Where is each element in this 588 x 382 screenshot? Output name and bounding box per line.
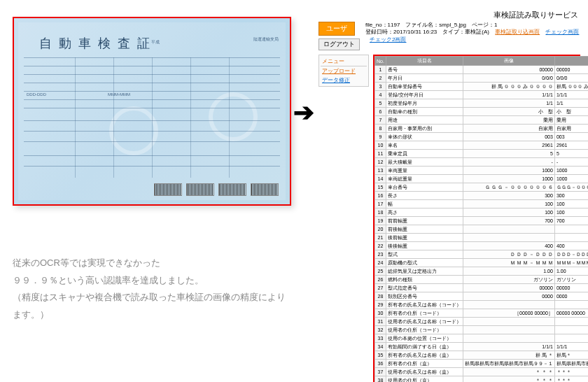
table-row[interactable]: 4登録/交付年月日1/1/11/1/1 bbox=[375, 91, 589, 99]
table-row[interactable]: 6自動車の種別小 型小 型 bbox=[375, 108, 589, 116]
table-row[interactable]: 29所有者の氏名又は名称（コード） bbox=[375, 301, 589, 309]
table-row[interactable]: 37使用者の氏名又は名称（直）＊ ＊ ＊＊＊＊ bbox=[375, 368, 589, 376]
table-row[interactable]: 35所有者の氏名又は名称（直）群 馬 ＊群馬＊ bbox=[375, 351, 589, 360]
table-row[interactable]: 10車名29612961 bbox=[375, 141, 589, 150]
table-row[interactable]: 17幅100100 bbox=[375, 200, 589, 208]
doc-engine-code: MMM-MMM bbox=[108, 92, 130, 97]
table-row[interactable]: 11乗車定員55 bbox=[375, 150, 589, 158]
table-row[interactable]: 25総排気量又は定格出力1.001.00 bbox=[375, 267, 589, 276]
menu-correct[interactable]: データ修正 bbox=[321, 76, 367, 85]
table-row[interactable]: 19前前軸重700700 bbox=[375, 217, 589, 225]
menu-box: メニュー アップロード データ修正 bbox=[318, 55, 369, 87]
caption: 従来のOCR等では実現できなかった ９９．９％という高い認識率を達成しました。 … bbox=[13, 255, 291, 324]
doc-bureau: 陸運連輸支局 bbox=[253, 36, 279, 43]
table-row[interactable]: 36所有者の住所（直）群馬県群馬市群馬県群馬市群馬９９－１群馬県群馬市群馬県群馬… bbox=[375, 360, 589, 368]
th-img: 画像 bbox=[463, 57, 554, 66]
barcode bbox=[251, 183, 279, 196]
th-name: 項目名 bbox=[386, 57, 463, 66]
link-import[interactable]: 車検証取り込画面 bbox=[495, 29, 540, 35]
table-row[interactable]: 38使用者の住所（直）＊ ＊ ＊＊＊＊ bbox=[375, 376, 589, 383]
user-button[interactable]: ユーザ bbox=[318, 22, 355, 36]
logout-button[interactable]: ログアウト bbox=[318, 38, 360, 50]
doc-type-code: DDD-DDD bbox=[27, 92, 46, 97]
arrow-icon: ➔ bbox=[293, 98, 314, 127]
table-row[interactable]: 22後後軸重400400 bbox=[375, 242, 589, 250]
table-row[interactable]: 8自家用・事業用の別自家用自家用 bbox=[375, 125, 589, 133]
table-row[interactable]: 2年月日0/0/00/0/0 bbox=[375, 74, 589, 83]
table-row[interactable]: 26燃料の種類ガソリンガソリン bbox=[375, 276, 589, 284]
table-row[interactable]: 3自動車登録番号群 馬 ０ ０ ０ み ０ ０ ０ ０群馬 ０００ み ００００ bbox=[375, 83, 589, 91]
table-row[interactable]: 15車台番号Ｇ Ｇ Ｇ － ０ ０ ０ ０ ０ ０ ６ＧＧＧ－０００００００６ bbox=[375, 183, 589, 192]
table-row[interactable]: 14車両総重量10001000 bbox=[375, 175, 589, 183]
table-row[interactable]: 30所有者の住所（コード）［00000 00000］00000 00000 bbox=[375, 309, 589, 318]
table-row[interactable]: 31使用者の氏名又は名称（コード） bbox=[375, 318, 589, 326]
vehicle-cert-scan: 自動車検査証 陸運連輸支局 平成 DDD-DDD MMM-MMM bbox=[13, 17, 291, 206]
th-val: 値 bbox=[554, 57, 588, 66]
table-row[interactable]: 33使用の本拠の位置（コード） bbox=[375, 334, 589, 343]
link-check[interactable]: チェック画面 bbox=[545, 29, 579, 35]
doc-title: 自動車検査証 bbox=[39, 35, 157, 52]
table-row[interactable]: 1番号0000000000 bbox=[375, 66, 589, 74]
table-row[interactable]: 7用途乗用乗用 bbox=[375, 116, 589, 125]
table-row[interactable]: 13車両重量10001000 bbox=[375, 167, 589, 175]
table-row[interactable]: 9車体の形状003003 bbox=[375, 133, 589, 141]
table-row[interactable]: 5初度登録年月1/11/1 bbox=[375, 99, 589, 108]
table-row[interactable]: 23型式Ｄ Ｄ Ｄ － Ｄ Ｄ ＤＤＤＤ－ＤＤＤ bbox=[375, 250, 589, 259]
link-check2[interactable]: チェック2画面 bbox=[370, 36, 406, 43]
barcode bbox=[218, 183, 246, 196]
table-row[interactable]: 18高さ100100 bbox=[375, 208, 589, 217]
table-row[interactable]: 34有効期間の満了する日（直）1/1/11/1/1 bbox=[375, 343, 589, 351]
doc-era: 平成 bbox=[151, 39, 160, 45]
table-row[interactable]: 20前後軸重 bbox=[375, 225, 589, 234]
table-row[interactable]: 28類別区分番号00000000 bbox=[375, 292, 589, 301]
barcode bbox=[154, 183, 182, 196]
service-title: 車検証読み取りサービス bbox=[318, 8, 581, 22]
table-row[interactable]: 12最大積載量-- bbox=[375, 158, 589, 167]
table-row[interactable]: 21後前軸重 bbox=[375, 234, 589, 242]
file-info: file_no：1197 ファイル名：smpl_5.jpg ページ：1 登録日時… bbox=[365, 22, 581, 43]
result-table: No. 項目名 画像 値 1番号00000000002年月日0/0/00/0/0… bbox=[374, 56, 588, 382]
barcode bbox=[186, 183, 214, 196]
table-row[interactable]: 32使用者の住所（コード） bbox=[375, 326, 589, 334]
table-row[interactable]: 24原動機の型式Ｍ Ｍ Ｍ － Ｍ Ｍ ＭＭＭＭ－ＭＭＭ bbox=[375, 259, 589, 267]
th-no: No. bbox=[375, 57, 386, 66]
menu-header: メニュー bbox=[321, 57, 367, 66]
table-row[interactable]: 27型式指定番号0000000000 bbox=[375, 284, 589, 292]
menu-upload[interactable]: アップロード bbox=[321, 66, 367, 76]
table-row[interactable]: 16長さ300300 bbox=[375, 192, 589, 200]
